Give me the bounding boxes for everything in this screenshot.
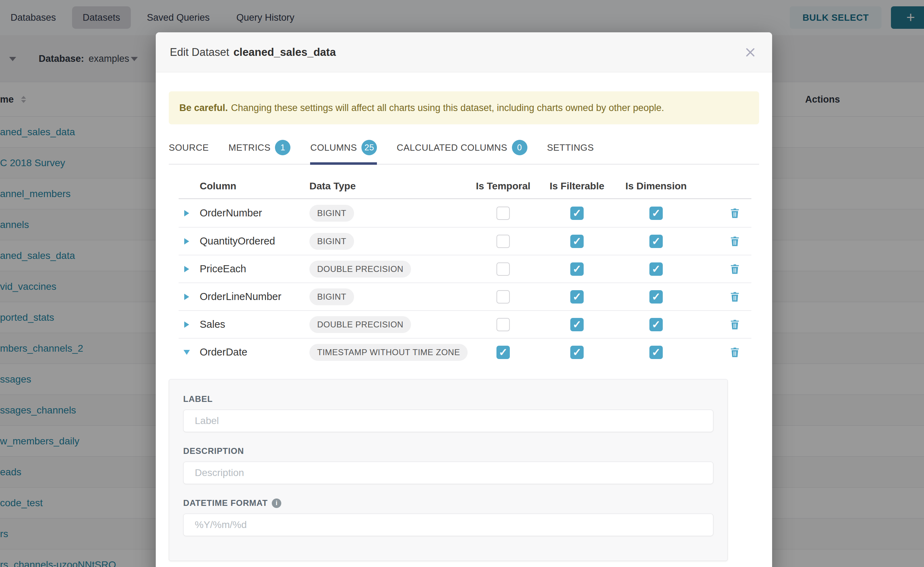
label-field-label-text: LABEL bbox=[183, 394, 213, 404]
expand-caret-icon[interactable] bbox=[184, 321, 189, 328]
datetime-format-field-label: DATETIME FORMAT i bbox=[183, 498, 713, 508]
is-dimension-checkbox[interactable] bbox=[649, 207, 663, 220]
data-type-badge: BIGINT bbox=[309, 205, 354, 222]
is-dimension-checkbox-cell bbox=[614, 346, 698, 359]
tab-count-badge: 1 bbox=[275, 140, 290, 155]
is-filterable-checkbox[interactable] bbox=[570, 346, 584, 359]
description-field: DESCRIPTION bbox=[183, 446, 713, 484]
column-name: PriceEach bbox=[195, 263, 304, 275]
delete-cell bbox=[698, 236, 751, 248]
warning-bold: Be careful. bbox=[179, 103, 228, 114]
info-icon[interactable]: i bbox=[272, 498, 281, 508]
tab-label: COLUMNS bbox=[310, 142, 357, 153]
columns-table: Column Data Type Is Temporal Is Filterab… bbox=[179, 174, 751, 366]
delete-cell bbox=[698, 263, 751, 275]
is-temporal-checkbox[interactable] bbox=[497, 290, 510, 303]
is-temporal-checkbox[interactable] bbox=[497, 207, 510, 220]
is-temporal-header: Is Temporal bbox=[466, 181, 540, 192]
is-temporal-checkbox[interactable] bbox=[497, 235, 510, 248]
is-filterable-checkbox[interactable] bbox=[570, 290, 584, 303]
data-type-badge: DOUBLE PRECISION bbox=[309, 261, 411, 278]
delete-column-icon[interactable] bbox=[729, 319, 741, 331]
is-filterable-checkbox[interactable] bbox=[570, 318, 584, 331]
is-filterable-checkbox[interactable] bbox=[570, 207, 584, 220]
caret-cell bbox=[179, 350, 195, 355]
edit-dataset-modal: Edit Dataset cleaned_sales_data Be caref… bbox=[156, 32, 772, 567]
tab-count-badge: 25 bbox=[361, 140, 377, 155]
is-dimension-checkbox[interactable] bbox=[649, 318, 663, 331]
is-filterable-checkbox-cell bbox=[540, 318, 614, 331]
columns-table-header: Column Data Type Is Temporal Is Filterab… bbox=[179, 174, 751, 199]
warning-text: Changing these settings will affect all … bbox=[231, 103, 664, 114]
column-name: OrderNumber bbox=[195, 207, 304, 219]
modal-body: Be careful. Changing these settings will… bbox=[156, 92, 772, 561]
is-dimension-checkbox[interactable] bbox=[649, 235, 663, 248]
is-temporal-checkbox-cell bbox=[466, 262, 540, 276]
data-type-badge: DOUBLE PRECISION bbox=[309, 316, 411, 333]
is-filterable-checkbox[interactable] bbox=[570, 262, 584, 276]
is-dimension-checkbox[interactable] bbox=[649, 290, 663, 303]
column-header: Column bbox=[195, 181, 304, 192]
datetime-format-label-text: DATETIME FORMAT bbox=[183, 498, 268, 508]
is-dimension-checkbox[interactable] bbox=[649, 346, 663, 359]
data-type-cell: BIGINT bbox=[304, 233, 466, 250]
tab-label: CALCULATED COLUMNS bbox=[397, 142, 507, 153]
expand-caret-icon[interactable] bbox=[184, 266, 189, 272]
data-type-badge: TIMESTAMP WITHOUT TIME ZONE bbox=[309, 344, 468, 361]
data-type-cell: BIGINT bbox=[304, 205, 466, 222]
expand-caret-icon[interactable] bbox=[184, 238, 189, 244]
delete-cell bbox=[698, 291, 751, 303]
column-row: OrderLineNumberBIGINT bbox=[179, 282, 751, 310]
description-input[interactable] bbox=[183, 462, 713, 484]
label-field: LABEL bbox=[183, 394, 713, 432]
is-filterable-checkbox[interactable] bbox=[570, 235, 584, 248]
column-name: OrderLineNumber bbox=[195, 291, 304, 303]
collapse-caret-icon[interactable] bbox=[184, 350, 190, 355]
column-row: SalesDOUBLE PRECISION bbox=[179, 310, 751, 338]
is-temporal-checkbox-cell bbox=[466, 318, 540, 331]
column-row: PriceEachDOUBLE PRECISION bbox=[179, 255, 751, 282]
data-type-badge: BIGINT bbox=[309, 233, 354, 250]
data-type-cell: TIMESTAMP WITHOUT TIME ZONE bbox=[304, 344, 466, 361]
is-filterable-checkbox-cell bbox=[540, 235, 614, 248]
tab-metrics[interactable]: METRICS1 bbox=[229, 140, 291, 164]
modal-title: Edit Dataset bbox=[170, 46, 229, 58]
is-temporal-checkbox[interactable] bbox=[497, 262, 510, 276]
expand-caret-icon[interactable] bbox=[184, 210, 189, 216]
expand-caret-icon[interactable] bbox=[184, 294, 189, 300]
tab-source[interactable]: SOURCE bbox=[169, 140, 209, 164]
delete-cell bbox=[698, 207, 751, 219]
is-temporal-checkbox[interactable] bbox=[497, 318, 510, 331]
is-filterable-checkbox-cell bbox=[540, 262, 614, 276]
caret-cell bbox=[179, 210, 195, 216]
delete-column-icon[interactable] bbox=[729, 207, 741, 219]
delete-column-icon[interactable] bbox=[729, 236, 741, 248]
is-dimension-checkbox-cell bbox=[614, 235, 698, 248]
is-temporal-checkbox[interactable] bbox=[497, 346, 510, 359]
is-filterable-checkbox-cell bbox=[540, 207, 614, 220]
is-filterable-checkbox-cell bbox=[540, 346, 614, 359]
data-type-cell: BIGINT bbox=[304, 288, 466, 305]
tab-settings[interactable]: SETTINGS bbox=[547, 140, 594, 164]
data-type-cell: DOUBLE PRECISION bbox=[304, 316, 466, 333]
column-name: QuantityOrdered bbox=[195, 236, 304, 247]
is-dimension-checkbox-cell bbox=[614, 290, 698, 303]
tab-label: SOURCE bbox=[169, 142, 209, 153]
column-row: QuantityOrderedBIGINT bbox=[179, 227, 751, 255]
delete-column-icon[interactable] bbox=[729, 263, 741, 275]
tab-columns[interactable]: COLUMNS25 bbox=[310, 140, 377, 164]
is-dimension-header: Is Dimension bbox=[614, 181, 698, 192]
label-field-label: LABEL bbox=[183, 394, 713, 404]
label-input[interactable] bbox=[183, 410, 713, 432]
tab-calculated-columns[interactable]: CALCULATED COLUMNS0 bbox=[397, 140, 527, 164]
column-row: OrderNumberBIGINT bbox=[179, 199, 751, 227]
data-type-header: Data Type bbox=[304, 181, 466, 192]
is-dimension-checkbox[interactable] bbox=[649, 262, 663, 276]
tab-label: METRICS bbox=[229, 142, 271, 153]
is-dimension-checkbox-cell bbox=[614, 262, 698, 276]
delete-column-icon[interactable] bbox=[729, 291, 741, 303]
datetime-format-input[interactable] bbox=[183, 514, 713, 536]
delete-column-icon[interactable] bbox=[729, 346, 741, 358]
modal-title-dataset-name: cleaned_sales_data bbox=[233, 46, 336, 58]
close-icon[interactable] bbox=[744, 46, 757, 58]
